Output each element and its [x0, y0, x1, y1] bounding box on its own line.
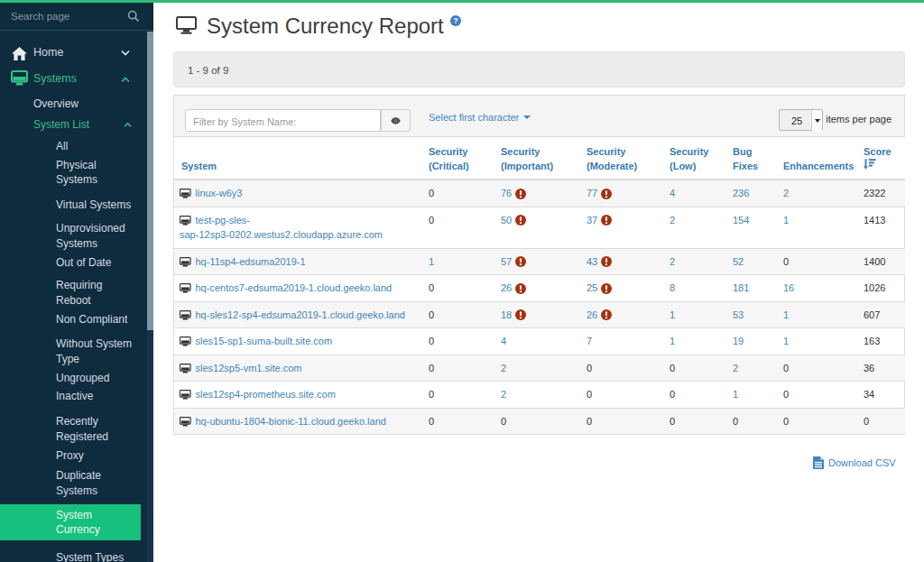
- svg-text:?: ?: [453, 16, 458, 25]
